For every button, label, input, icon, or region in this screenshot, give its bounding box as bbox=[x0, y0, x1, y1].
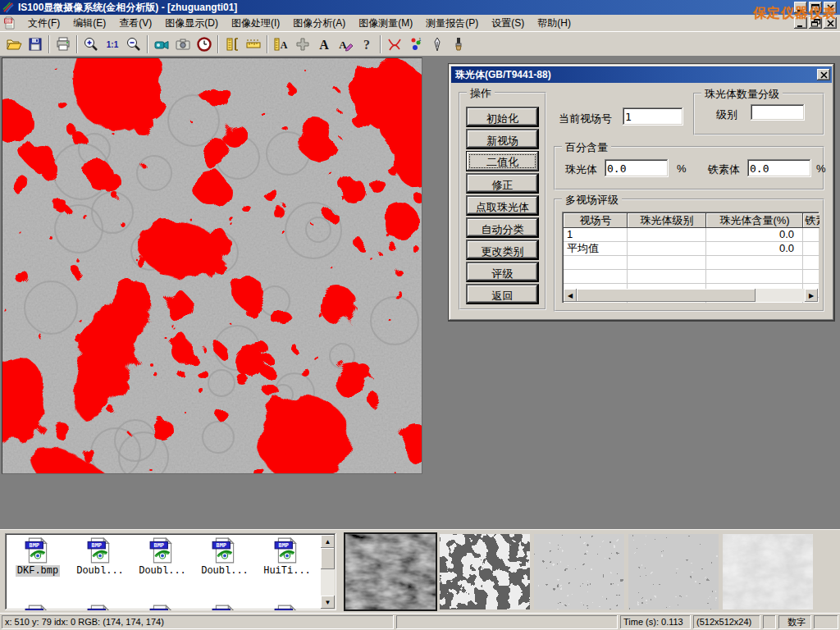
child-restore-button[interactable] bbox=[809, 17, 822, 29]
file-item-4[interactable]: BMPHuiTi... bbox=[257, 536, 317, 577]
multi-field-group-label: 多视场评级 bbox=[562, 193, 622, 208]
menu-item-0[interactable]: 文件(F) bbox=[21, 15, 66, 32]
table-row[interactable]: 10.0 bbox=[564, 228, 819, 242]
app-logo-icon bbox=[2, 2, 15, 14]
menu-bar: DOC 文件(F)编辑(E)查看(V)图像显示(D)图像处理(I)图像分析(A)… bbox=[0, 15, 840, 31]
brush-icon[interactable] bbox=[448, 34, 469, 55]
close-button[interactable] bbox=[824, 2, 837, 13]
file-item-row2-3[interactable]: BMP bbox=[194, 604, 255, 610]
bmp-file-icon: BMP bbox=[194, 536, 255, 564]
text-icon[interactable]: A bbox=[313, 34, 335, 55]
image-thumbnail-3[interactable] bbox=[628, 534, 719, 609]
toolbar: 1:1AAA?1 bbox=[0, 31, 840, 56]
op-button-4[interactable]: 点取珠光体 bbox=[466, 195, 539, 216]
child-minimize-button[interactable] bbox=[794, 17, 807, 29]
zoom-out-icon[interactable] bbox=[123, 34, 144, 55]
grade-level-input[interactable] bbox=[751, 104, 805, 121]
status-position: x: 510 y: 79 idx: 0 RGB: (174, 174, 174) bbox=[2, 615, 394, 629]
child-close-button[interactable] bbox=[824, 17, 837, 29]
annotate-icon[interactable]: A bbox=[335, 34, 356, 55]
menu-item-5[interactable]: 图像分析(A) bbox=[286, 15, 352, 32]
table-row[interactable]: 平均值0.0 bbox=[564, 242, 819, 256]
current-field-input[interactable] bbox=[623, 107, 683, 126]
op-button-0[interactable]: 初始化 bbox=[466, 107, 539, 127]
scroll-right-icon[interactable]: ▶ bbox=[805, 289, 818, 302]
table-cell bbox=[564, 270, 628, 283]
clock-icon[interactable] bbox=[194, 34, 215, 55]
op-button-8[interactable]: 返回 bbox=[466, 284, 539, 304]
grade-group-label: 珠光体数量分级 bbox=[701, 87, 783, 102]
image-thumbnail-0[interactable] bbox=[345, 534, 436, 609]
menu-item-4[interactable]: 图像处理(I) bbox=[225, 15, 286, 32]
pen-icon[interactable] bbox=[427, 34, 448, 55]
scroll-left-icon[interactable]: ◀ bbox=[564, 289, 577, 302]
op-button-6[interactable]: 更改类别 bbox=[466, 240, 539, 260]
menu-item-7[interactable]: 测量报告(P) bbox=[419, 15, 485, 32]
percent-group: 百分含量 珠光体 % 铁素体 % bbox=[554, 146, 824, 190]
menu-item-8[interactable]: 设置(S) bbox=[485, 15, 531, 32]
table-cell: 0.0 bbox=[706, 242, 803, 255]
ferrite-percent-input[interactable] bbox=[747, 159, 811, 177]
open-file-icon[interactable] bbox=[3, 34, 25, 55]
file-item-2[interactable]: BMPDoubl... bbox=[132, 536, 193, 577]
scroll-up-icon[interactable]: ▲ bbox=[321, 535, 335, 548]
menu-item-1[interactable]: 编辑(E) bbox=[66, 15, 112, 32]
measure-text-icon[interactable]: A bbox=[271, 34, 292, 55]
file-item-3[interactable]: BMPDoubl... bbox=[194, 536, 255, 577]
maximize-button[interactable] bbox=[809, 2, 822, 13]
file-browser-scrollbar[interactable]: ▲ ▼ bbox=[321, 535, 335, 609]
op-button-3[interactable]: 修正 bbox=[466, 173, 539, 194]
menu-item-2[interactable]: 查看(V) bbox=[112, 15, 158, 32]
zoom-in-icon[interactable] bbox=[80, 34, 102, 55]
actual-size-icon[interactable]: 1:1 bbox=[102, 34, 123, 55]
status-bar: x: 510 y: 79 idx: 0 RGB: (174, 174, 174)… bbox=[0, 613, 840, 630]
table-row[interactable] bbox=[564, 270, 819, 284]
op-button-1[interactable]: 新视场 bbox=[466, 129, 539, 149]
svg-text:BMP: BMP bbox=[92, 542, 102, 549]
op-button-2[interactable]: 二值化 bbox=[466, 151, 539, 171]
file-item-row2-4[interactable]: BMP bbox=[257, 604, 317, 610]
table-horizontal-scrollbar[interactable]: ◀ ▶ bbox=[564, 289, 818, 302]
document-icon: DOC bbox=[3, 16, 16, 30]
table-column-header-0: 视场号 bbox=[564, 213, 628, 228]
grid-cross-icon[interactable] bbox=[292, 34, 313, 55]
svg-text:BMP: BMP bbox=[217, 542, 226, 549]
scroll-down-icon[interactable]: ▼ bbox=[321, 596, 335, 609]
file-item-0[interactable]: BMPDKF.bmp bbox=[7, 536, 68, 577]
scrollbar-thumb[interactable] bbox=[321, 548, 335, 569]
file-item-row2-0[interactable]: BMP bbox=[7, 604, 68, 610]
video-camera-icon[interactable] bbox=[151, 34, 172, 55]
op-button-7[interactable]: 评级 bbox=[466, 262, 539, 282]
file-item-1[interactable]: BMPDoubl... bbox=[70, 536, 130, 577]
dialog-close-button[interactable] bbox=[817, 69, 830, 80]
menu-item-9[interactable]: 帮助(H) bbox=[531, 15, 578, 32]
save-icon[interactable] bbox=[25, 34, 46, 55]
analysis-image[interactable] bbox=[2, 57, 422, 474]
file-name: Doubl... bbox=[75, 565, 126, 577]
scrollbar-thumb[interactable] bbox=[577, 289, 756, 302]
caliper-icon[interactable] bbox=[221, 34, 243, 55]
status-time: Time (s): 0.113 bbox=[620, 615, 691, 629]
pearlite-percent-input[interactable] bbox=[605, 159, 669, 177]
count-marks-icon[interactable]: 1 bbox=[405, 34, 427, 55]
menu-item-3[interactable]: 图像显示(D) bbox=[158, 15, 225, 32]
svg-text:1:1: 1:1 bbox=[107, 40, 119, 49]
image-thumbnail-4[interactable] bbox=[723, 534, 813, 609]
file-item-row2-1[interactable]: BMP bbox=[70, 604, 130, 610]
curve-tool-icon[interactable] bbox=[384, 34, 405, 55]
camera-icon[interactable] bbox=[172, 34, 194, 55]
file-item-row2-2[interactable]: BMP bbox=[132, 604, 193, 610]
menu-item-6[interactable]: 图像测量(M) bbox=[352, 15, 419, 32]
bmp-file-icon: BMP bbox=[132, 536, 193, 564]
minimize-button[interactable] bbox=[794, 2, 807, 13]
image-thumbnail-1[interactable] bbox=[440, 534, 530, 609]
ruler-icon[interactable] bbox=[243, 34, 264, 55]
toolbar-separator bbox=[267, 35, 268, 53]
table-row[interactable] bbox=[564, 256, 819, 270]
svg-text:BMP: BMP bbox=[92, 609, 102, 610]
status-mode: 数字 bbox=[778, 615, 811, 629]
help-icon[interactable]: ? bbox=[356, 34, 377, 55]
print-icon[interactable] bbox=[52, 34, 74, 55]
op-button-5[interactable]: 自动分类 bbox=[466, 217, 539, 238]
image-thumbnail-2[interactable] bbox=[534, 534, 624, 609]
